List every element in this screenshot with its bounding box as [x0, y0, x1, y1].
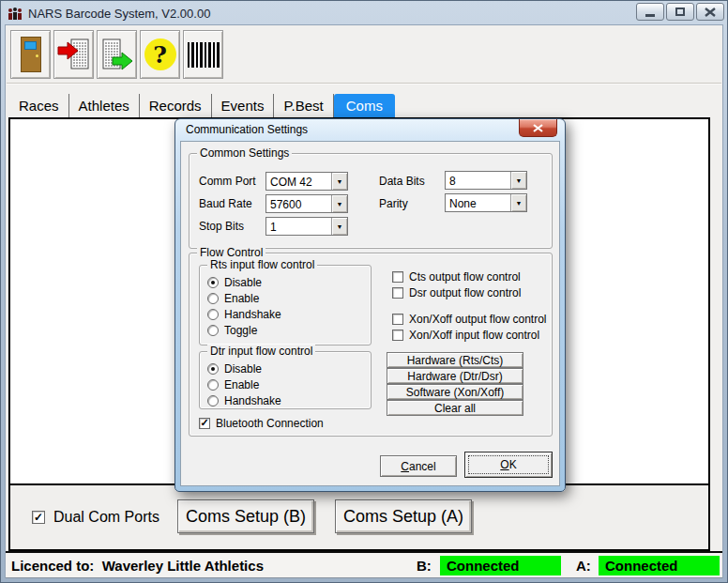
window-controls	[636, 3, 724, 21]
parity-label: Parity	[379, 197, 408, 210]
status-bar: Licenced to: Waverley Little Athletics B…	[6, 551, 722, 578]
xonxoff-output-checkbox[interactable]: Xon/Xoff output flow control	[392, 313, 547, 326]
ok-button[interactable]: OK	[464, 452, 553, 478]
rts-group-legend: Rts input flow control	[207, 258, 317, 271]
exit-door-icon	[21, 37, 41, 72]
data-bits-label: Data Bits	[379, 175, 425, 188]
stop-bits-select[interactable]: 1 ▼	[265, 217, 348, 236]
exit-button[interactable]	[10, 30, 51, 79]
comm-port-select[interactable]: COM 42 ▼	[265, 172, 348, 191]
radio-rts-toggle[interactable]: Toggle	[207, 324, 257, 337]
baud-rate-select[interactable]: 57600 ▼	[265, 194, 348, 213]
dialog-body: Common Settings Comm Port COM 42 ▼ Baud …	[180, 141, 560, 486]
close-icon	[705, 8, 716, 17]
common-settings-group: Common Settings Comm Port COM 42 ▼ Baud …	[189, 153, 553, 249]
communication-settings-dialog: Communication Settings Common Settings C…	[174, 118, 566, 492]
chevron-down-icon: ▼	[510, 194, 526, 211]
radio-icon	[207, 325, 219, 336]
chevron-down-icon: ▼	[331, 195, 347, 212]
dtr-group-legend: Dtr input flow control	[207, 345, 315, 358]
tab-events[interactable]: Events	[212, 94, 275, 117]
minimize-icon	[645, 14, 655, 17]
cancel-button[interactable]: Cancel	[380, 455, 457, 477]
software-xon-xoff-button[interactable]: Software (Xon/Xoff)	[387, 384, 523, 400]
port-b-label: B:	[417, 558, 432, 574]
help-icon: ?	[144, 38, 176, 70]
bluetooth-connection-checkbox[interactable]: Bluetooth Connection	[199, 417, 324, 430]
checkbox-icon	[392, 314, 403, 325]
radio-icon	[207, 379, 219, 391]
radio-dtr-enable[interactable]: Enable	[207, 378, 259, 391]
radio-icon	[207, 277, 219, 288]
port-a-status-badge: Connected	[599, 556, 720, 575]
app-icon	[8, 7, 23, 21]
minimize-button[interactable]	[636, 3, 664, 21]
close-icon	[533, 124, 543, 132]
radio-icon	[207, 395, 219, 407]
dtr-input-flow-group: Dtr input flow control Disable Enable Ha…	[199, 351, 372, 409]
coms-setup-a-button[interactable]: Coms Setup (A)	[335, 499, 472, 533]
close-button[interactable]	[696, 3, 724, 21]
radio-dtr-disable[interactable]: Disable	[207, 362, 262, 376]
coms-setup-b-button[interactable]: Coms Setup (B)	[177, 499, 314, 533]
hardware-rts-cts-button[interactable]: Hardware (Rts/Cts)	[387, 352, 523, 368]
checkbox-icon	[392, 287, 403, 299]
barcode-icon	[188, 42, 220, 68]
cts-output-checkbox[interactable]: Cts output flow control	[392, 270, 521, 284]
import-report-icon	[57, 38, 91, 71]
tab-athletes[interactable]: Athletes	[69, 94, 140, 117]
common-settings-legend: Common Settings	[197, 146, 292, 160]
clear-all-button[interactable]: Clear all	[387, 400, 523, 416]
comm-port-label: Comm Port	[199, 175, 256, 188]
dsr-output-checkbox[interactable]: Dsr output flow control	[392, 286, 521, 299]
stop-bits-label: Stop Bits	[199, 220, 244, 233]
radio-rts-enable[interactable]: Enable	[207, 292, 259, 305]
tab-pbest[interactable]: P.Best	[274, 94, 333, 117]
chevron-down-icon: ▼	[331, 218, 347, 235]
export-report-button[interactable]	[97, 30, 137, 79]
export-report-icon	[100, 38, 134, 71]
maximize-button[interactable]	[666, 3, 694, 21]
hardware-dtr-dsr-button[interactable]: Hardware (Dtr/Dsr)	[387, 368, 523, 384]
data-bits-select[interactable]: 8 ▼	[445, 171, 527, 190]
xonxoff-input-checkbox[interactable]: Xon/Xoff input flow control	[392, 329, 539, 342]
import-report-button[interactable]	[53, 30, 94, 79]
tab-strip: Races Athletes Records Events P.Best Com…	[9, 94, 395, 117]
flow-control-group: Flow Control Rts input flow control Disa…	[189, 253, 553, 437]
chevron-down-icon: ▼	[331, 173, 347, 190]
parity-select[interactable]: None ▼	[445, 193, 527, 212]
licence-text: Licenced to: Waverley Little Athletics	[11, 558, 264, 574]
dual-com-ports-checkbox[interactable]: Dual Com Ports	[32, 509, 159, 526]
dialog-title: Communication Settings	[186, 123, 308, 136]
checkbox-icon	[32, 511, 45, 524]
port-b-status-badge: Connected	[440, 556, 561, 575]
tab-coms[interactable]: Coms	[334, 94, 395, 117]
app-window: NARS Barcode System, V2.00.00	[0, 0, 728, 583]
window-title: NARS Barcode System, V2.00.00	[28, 7, 210, 21]
toolbar-separator	[7, 83, 721, 84]
help-button[interactable]: ?	[140, 30, 180, 79]
radio-icon	[207, 363, 219, 375]
checkbox-icon	[199, 418, 210, 429]
radio-dtr-handshake[interactable]: Handshake	[207, 394, 281, 407]
radio-rts-handshake[interactable]: Handshake	[207, 308, 281, 321]
flow-control-legend: Flow Control	[197, 246, 265, 259]
baud-rate-label: Baud Rate	[199, 197, 252, 210]
tab-races[interactable]: Races	[9, 94, 69, 117]
maximize-icon	[675, 8, 685, 16]
radio-icon	[207, 293, 219, 304]
radio-icon	[207, 309, 219, 320]
checkbox-icon	[392, 271, 403, 283]
port-a-label: A:	[576, 558, 591, 574]
dual-com-ports-label: Dual Com Ports	[53, 509, 159, 526]
radio-rts-disable[interactable]: Disable	[207, 276, 262, 289]
barcode-button[interactable]	[183, 30, 223, 79]
dialog-close-button[interactable]	[519, 119, 557, 137]
tab-records[interactable]: Records	[140, 94, 212, 117]
chevron-down-icon: ▼	[510, 172, 526, 189]
rts-input-flow-group: Rts input flow control Disable Enable Ha…	[199, 265, 372, 345]
title-bar: NARS Barcode System, V2.00.00	[8, 4, 624, 23]
checkbox-icon	[392, 330, 403, 341]
